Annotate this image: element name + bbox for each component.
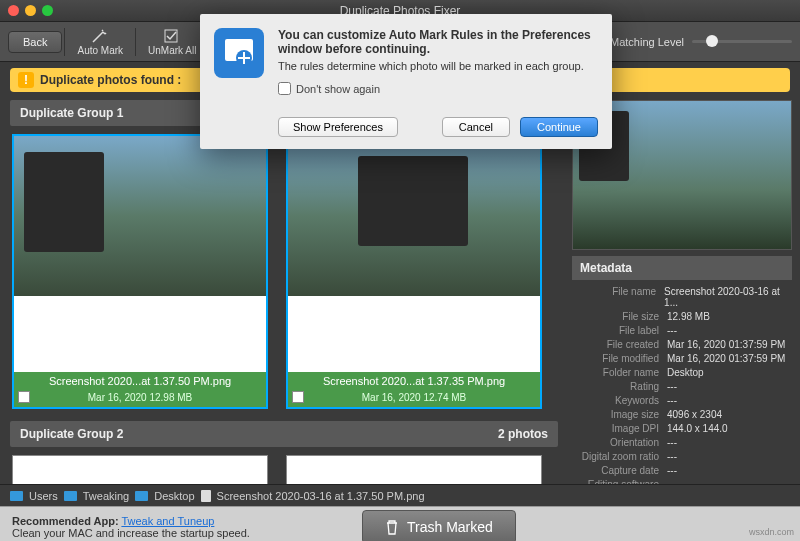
metadata-key: Folder name	[572, 367, 667, 378]
metadata-key: Keywords	[572, 395, 667, 406]
thumbnail[interactable]	[286, 455, 542, 484]
metadata-row: Editing software---	[572, 477, 792, 484]
footer: Recommended App: Tweak and Tuneup Clean …	[0, 506, 800, 541]
recommended-app: Recommended App: Tweak and Tuneup Clean …	[12, 515, 250, 539]
app-icon	[214, 28, 264, 78]
results-panel: Duplicate Group 1 Screenshot 2020...at 1…	[0, 96, 568, 484]
metadata-table: File nameScreenshot 2020-03-16 at 1...Fi…	[572, 280, 792, 484]
metadata-key: Orientation	[572, 437, 667, 448]
dialog-buttons: Show Preferences Cancel Continue	[214, 117, 598, 137]
metadata-row: Keywords---	[572, 393, 792, 407]
metadata-value: 144.0 x 144.0	[667, 423, 728, 434]
metadata-value: Desktop	[667, 367, 704, 378]
window-preview-icon	[24, 152, 104, 252]
metadata-row: File size12.98 MB	[572, 309, 792, 323]
select-checkbox[interactable]	[292, 391, 304, 403]
thumbnail-image	[288, 136, 540, 296]
metadata-row: File label---	[572, 323, 792, 337]
dont-show-again[interactable]: Don't show again	[278, 82, 598, 95]
metadata-key: Rating	[572, 381, 667, 392]
thumbnail-image	[14, 136, 266, 296]
metadata-row: Digital zoom ratio---	[572, 449, 792, 463]
metadata-row: File createdMar 16, 2020 01:37:59 PM	[572, 337, 792, 351]
automark-dialog: You can customize Auto Mark Rules in the…	[200, 14, 612, 149]
matching-label: Matching Level	[610, 36, 684, 48]
breadcrumb-item[interactable]: Screenshot 2020-03-16 at 1.37.50 PM.png	[217, 490, 425, 502]
metadata-key: Editing software	[572, 479, 667, 485]
dialog-text: The rules determine which photo will be …	[278, 60, 598, 72]
thumbnail-sub: Mar 16, 2020 12.74 MB	[288, 390, 540, 407]
alert-text: Duplicate photos found :	[40, 73, 181, 87]
file-icon	[201, 490, 211, 502]
metadata-value: ---	[667, 465, 677, 476]
metadata-key: Digital zoom ratio	[572, 451, 667, 462]
folder-icon	[135, 491, 148, 501]
metadata-row: File modifiedMar 16, 2020 01:37:59 PM	[572, 351, 792, 365]
matching-level: Matching Level	[610, 36, 792, 48]
continue-button[interactable]: Continue	[520, 117, 598, 137]
metadata-value: ---	[667, 451, 677, 462]
metadata-header: Metadata	[572, 256, 792, 280]
metadata-value: Screenshot 2020-03-16 at 1...	[664, 286, 792, 308]
thumbs-row-2	[10, 447, 558, 484]
trash-icon	[385, 519, 399, 535]
metadata-row: Orientation---	[572, 435, 792, 449]
thumbnail[interactable]: Screenshot 2020...at 1.37.35 PM.png Mar …	[286, 134, 542, 409]
metadata-value: 4096 x 2304	[667, 409, 722, 420]
metadata-key: File modified	[572, 353, 667, 364]
window-preview-icon	[358, 156, 468, 246]
metadata-key: File label	[572, 325, 667, 336]
back-button[interactable]: Back	[8, 31, 62, 53]
thumbnail-caption: Screenshot 2020...at 1.37.50 PM.png	[14, 372, 266, 390]
show-preferences-button[interactable]: Show Preferences	[278, 117, 398, 137]
metadata-value: Mar 16, 2020 01:37:59 PM	[667, 339, 785, 350]
trash-marked-button[interactable]: Trash Marked	[362, 510, 516, 542]
metadata-row: Capture date---	[572, 463, 792, 477]
metadata-value: ---	[667, 395, 677, 406]
metadata-key: Image DPI	[572, 423, 667, 434]
watermark: wsxdn.com	[749, 527, 794, 537]
breadcrumb-item[interactable]: Users	[29, 490, 58, 502]
dialog-body: You can customize Auto Mark Rules in the…	[278, 28, 598, 95]
cancel-button[interactable]: Cancel	[442, 117, 510, 137]
metadata-value: 12.98 MB	[667, 311, 710, 322]
dont-show-checkbox[interactable]	[278, 82, 291, 95]
metadata-key: File created	[572, 339, 667, 350]
metadata-value: Mar 16, 2020 01:37:59 PM	[667, 353, 785, 364]
automark-button[interactable]: Auto Mark	[67, 26, 133, 58]
breadcrumb-item[interactable]: Tweaking	[83, 490, 129, 502]
recommended-app-link[interactable]: Tweak and Tuneup	[121, 515, 214, 527]
metadata-value: ---	[667, 381, 677, 392]
metadata-row: Image DPI144.0 x 144.0	[572, 421, 792, 435]
unmarkall-button[interactable]: UnMark All	[138, 26, 206, 58]
breadcrumb: Users Tweaking Desktop Screenshot 2020-0…	[0, 484, 800, 506]
metadata-value: ---	[667, 437, 677, 448]
dialog-title: You can customize Auto Mark Rules in the…	[278, 28, 598, 56]
metadata-key: Image size	[572, 409, 667, 420]
metadata-value: ---	[667, 325, 677, 336]
thumbnail-sub: Mar 16, 2020 12.98 MB	[14, 390, 266, 407]
group-header-2[interactable]: Duplicate Group 2 2 photos	[10, 421, 558, 447]
thumbnail-caption: Screenshot 2020...at 1.37.35 PM.png	[288, 372, 540, 390]
unmark-icon	[163, 28, 181, 44]
metadata-row: Image size4096 x 2304	[572, 407, 792, 421]
metadata-row: Rating---	[572, 379, 792, 393]
metadata-key: File size	[572, 311, 667, 322]
metadata-row: File nameScreenshot 2020-03-16 at 1...	[572, 284, 792, 309]
metadata-key: Capture date	[572, 465, 667, 476]
folder-icon	[64, 491, 77, 501]
slider-knob[interactable]	[706, 35, 718, 47]
metadata-key: File name	[572, 286, 664, 308]
breadcrumb-item[interactable]: Desktop	[154, 490, 194, 502]
matching-slider[interactable]	[692, 40, 792, 43]
thumbnail[interactable]	[12, 455, 268, 484]
folder-icon	[10, 491, 23, 501]
thumbnail[interactable]: Screenshot 2020...at 1.37.50 PM.png Mar …	[12, 134, 268, 409]
warning-icon: !	[18, 72, 34, 88]
main-area: Duplicate Group 1 Screenshot 2020...at 1…	[0, 96, 800, 484]
metadata-row: Folder nameDesktop	[572, 365, 792, 379]
select-checkbox[interactable]	[18, 391, 30, 403]
metadata-value: ---	[667, 479, 677, 485]
wand-icon	[91, 28, 109, 44]
thumbs-row-1: Screenshot 2020...at 1.37.50 PM.png Mar …	[10, 126, 558, 417]
